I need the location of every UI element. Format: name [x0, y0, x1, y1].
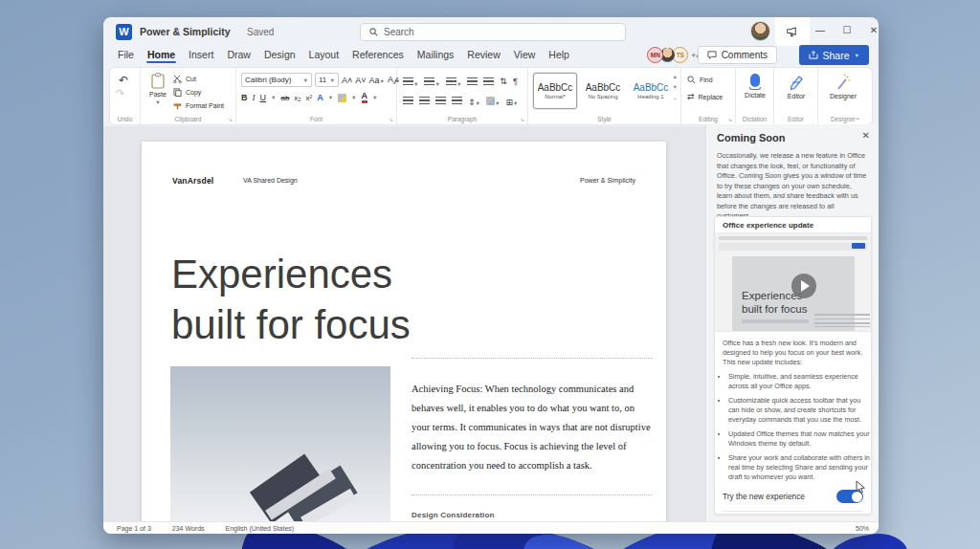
thumbnail-image-block [742, 319, 809, 323]
undo-icon[interactable]: ↶ [119, 74, 128, 87]
text-effects-button[interactable]: A [317, 93, 323, 102]
shrink-font-button[interactable]: A˅ [355, 76, 366, 85]
document-page[interactable]: VanArsdel VA Shared Design Power & Simpl… [142, 142, 666, 521]
font-family-select[interactable]: Calibri (Body)▼ [241, 73, 312, 87]
chevron-down-icon[interactable]: ▼ [328, 95, 333, 100]
dictate-button[interactable]: Dictate [742, 74, 768, 99]
editor-button[interactable]: Editor [782, 74, 811, 99]
font-color-button[interactable]: A [362, 92, 368, 103]
italic-button[interactable]: I [253, 93, 256, 102]
shading-button[interactable]: ▼ [486, 92, 500, 109]
title-bar: W Power & Simplicity Saved Search — ☐ ✕ [103, 17, 879, 46]
highlight-color-button[interactable] [338, 94, 346, 102]
collaborator-avatars[interactable]: MN TS +4 [651, 47, 701, 63]
style-heading-1[interactable]: AaBbCc Heading 1 [629, 73, 673, 109]
tab-file[interactable]: File [111, 45, 141, 64]
user-avatar[interactable] [750, 21, 770, 41]
maximize-button[interactable]: ☐ [835, 17, 859, 44]
tab-layout[interactable]: Layout [302, 45, 346, 64]
clipboard-commands: Cut Copy Format Paint [173, 73, 224, 111]
minimize-button[interactable]: — [808, 17, 833, 44]
language-indicator[interactable]: English (United States) [226, 525, 295, 532]
dictation-group: Dictate Dictation [736, 68, 774, 124]
page-count[interactable]: Page 1 of 3 [117, 525, 151, 532]
cut-button[interactable]: Cut [173, 73, 224, 84]
style-no-spacing[interactable]: AaBbCc No Spacing [581, 73, 625, 109]
style-scroll-up-icon[interactable]: ▲ [673, 74, 678, 79]
chevron-down-icon[interactable]: ▼ [271, 95, 276, 100]
format-painter-button[interactable]: Format Paint [173, 99, 224, 111]
word-count[interactable]: 234 Words [172, 525, 205, 532]
tab-home[interactable]: Home [141, 45, 182, 64]
try-new-experience-toggle[interactable] [836, 490, 863, 503]
zoom-level[interactable]: 50% [856, 522, 869, 534]
numbered-list-button[interactable]: ▼ [424, 73, 439, 90]
close-button[interactable]: ✕ [861, 17, 879, 44]
find-icon [687, 76, 696, 84]
align-center-icon[interactable] [419, 97, 430, 105]
find-button[interactable]: Find [687, 74, 723, 85]
tab-review[interactable]: Review [460, 45, 506, 64]
tab-view[interactable]: View [507, 45, 543, 64]
bullet-list-button[interactable]: ▼ [403, 73, 418, 90]
multilevel-list-button[interactable]: ▼ [446, 73, 461, 90]
style-more-icon[interactable]: ⌄ [673, 95, 678, 100]
editing-dialog-launcher-icon[interactable]: ↘ [727, 116, 732, 122]
tab-help[interactable]: Help [542, 45, 576, 64]
comments-button[interactable]: Comments [698, 46, 777, 64]
borders-button[interactable]: ⊞▼ [505, 92, 518, 109]
redo-icon[interactable]: ↷ [116, 87, 124, 99]
font-dialog-launcher-icon[interactable]: ↘ [389, 116, 393, 122]
style-normal[interactable]: AaBbCc Normal* [533, 73, 577, 109]
strikethrough-button[interactable]: ab [280, 94, 289, 102]
subscript-button[interactable]: x₂ [294, 94, 301, 102]
tab-mailings[interactable]: Mailings [411, 45, 461, 64]
designer-button[interactable]: Designer [828, 74, 858, 99]
toggle-label: Try the new experience [723, 492, 805, 501]
collapse-ribbon-chevron-icon[interactable]: ⌄ [855, 114, 860, 121]
document-subheading[interactable]: Design Consideration [412, 511, 653, 519]
replace-button[interactable]: ⇄ Replace [687, 91, 723, 102]
play-button[interactable] [791, 274, 816, 298]
chevron-down-icon[interactable]: ▼ [372, 95, 377, 100]
tab-references[interactable]: References [345, 45, 411, 64]
decrease-indent-icon[interactable] [467, 77, 478, 86]
save-status[interactable]: Saved [247, 27, 274, 37]
show-formatting-marks-icon[interactable]: ¶ [513, 77, 518, 86]
style-scroll-down-icon[interactable]: ▼ [673, 84, 678, 90]
underline-button[interactable]: U [260, 93, 267, 102]
superscript-button[interactable]: x² [305, 94, 312, 102]
align-right-icon[interactable] [435, 97, 446, 105]
increase-indent-icon[interactable] [483, 77, 494, 86]
share-button[interactable]: Share ▼ [799, 45, 869, 65]
sort-icon[interactable]: ⇅ [500, 77, 507, 86]
chevron-down-icon[interactable]: ▼ [351, 95, 356, 100]
tab-draw[interactable]: Draw [220, 45, 257, 64]
bloom-petal [233, 533, 390, 549]
document-heading[interactable]: Experiences built for focus [171, 249, 411, 350]
editor-group-label: Editor [774, 116, 817, 122]
chevron-down-icon: ▼ [413, 81, 418, 87]
change-case-button[interactable]: Aa▼ [369, 76, 385, 85]
tab-insert[interactable]: Insert [182, 45, 220, 64]
tab-design[interactable]: Design [257, 45, 302, 64]
video-thumbnail[interactable]: Experiences built for focus [715, 233, 871, 332]
clipboard-dialog-launcher-icon[interactable]: ↘ [228, 116, 233, 122]
line-spacing-button[interactable]: ⇕▼ [468, 92, 480, 109]
grow-font-button[interactable]: A˄ [342, 76, 352, 85]
feedback-callout-tab[interactable] [775, 17, 810, 46]
document-title[interactable]: Power & Simplicity [140, 26, 231, 37]
document-header-center: VA Shared Design [243, 177, 298, 184]
paste-button[interactable]: Paste ▼ [145, 73, 171, 105]
font-size-select[interactable]: 11▼ [315, 73, 339, 87]
search-input[interactable]: Search [360, 23, 626, 41]
align-left-icon[interactable] [403, 97, 413, 105]
paragraph-dialog-launcher-icon[interactable]: ↘ [520, 116, 524, 122]
copy-button[interactable]: Copy [173, 86, 224, 98]
bold-button[interactable]: B [241, 93, 248, 102]
document-image[interactable] [170, 366, 390, 521]
justify-icon[interactable] [452, 97, 462, 105]
thumbnail-text-lines [814, 314, 870, 327]
panel-close-icon[interactable]: ✕ [862, 130, 870, 141]
document-body-paragraph[interactable]: Achieving Focus: When technology communi… [412, 380, 653, 475]
